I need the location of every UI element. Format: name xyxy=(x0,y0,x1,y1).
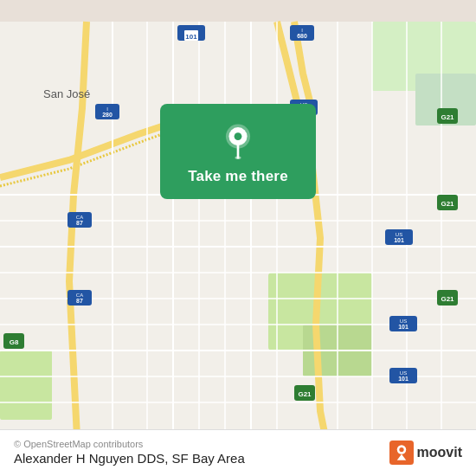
location-pin-icon xyxy=(219,121,257,159)
svg-text:101: 101 xyxy=(185,33,197,41)
bottom-bar: © OpenStreetMap contributors Alexander H… xyxy=(0,429,476,476)
svg-text:87: 87 xyxy=(76,220,83,226)
action-card: Take me there xyxy=(160,104,316,199)
svg-text:G21: G21 xyxy=(298,390,312,398)
svg-text:87: 87 xyxy=(76,298,83,304)
svg-text:280: 280 xyxy=(102,112,113,118)
take-me-there-button[interactable]: Take me there xyxy=(188,168,288,185)
svg-point-67 xyxy=(235,132,242,140)
moovit-brand-name: moovit xyxy=(417,445,462,460)
moovit-brand-icon xyxy=(389,441,414,465)
svg-point-71 xyxy=(399,447,403,451)
svg-text:101: 101 xyxy=(394,237,404,243)
svg-text:101: 101 xyxy=(398,324,408,330)
map-attribution: © OpenStreetMap contributors xyxy=(14,439,245,449)
bottom-left-info: © OpenStreetMap contributors Alexander H… xyxy=(14,439,245,466)
svg-text:680: 680 xyxy=(297,33,307,39)
svg-rect-3 xyxy=(0,351,52,420)
svg-text:G21: G21 xyxy=(441,200,454,208)
svg-text:G21: G21 xyxy=(441,295,454,303)
svg-text:San José: San José xyxy=(43,87,90,100)
svg-text:101: 101 xyxy=(398,376,408,382)
map-background: US 101 I 680 I 280 US 101 CA 87 US 101 xyxy=(0,0,476,476)
svg-point-68 xyxy=(235,156,241,159)
moovit-logo: moovit xyxy=(389,441,462,465)
svg-text:G21: G21 xyxy=(441,113,454,121)
svg-text:G8: G8 xyxy=(10,338,19,346)
location-name: Alexander H Nguyen DDS, SF Bay Area xyxy=(14,451,245,466)
map-container: US 101 I 680 I 280 US 101 CA 87 US 101 xyxy=(0,0,476,476)
